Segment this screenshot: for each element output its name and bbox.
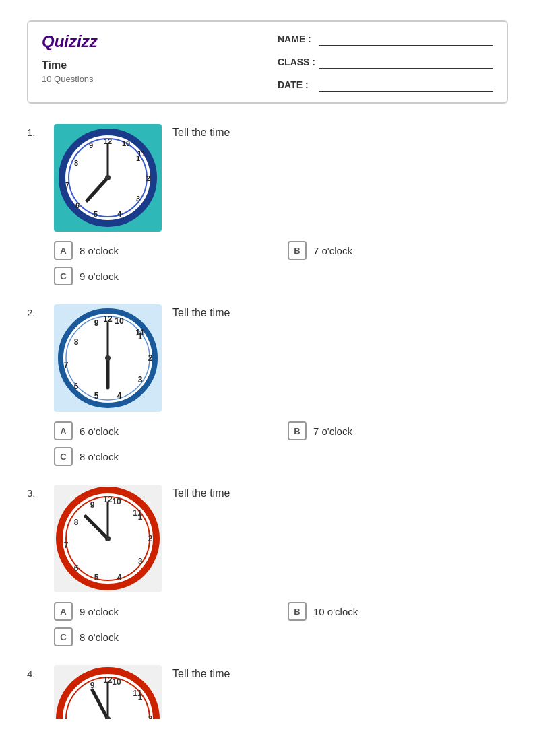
header-right: NAME : CLASS : DATE : — [278, 32, 493, 92]
svg-text:4: 4 — [117, 573, 122, 582]
option-2-a-badge: A — [54, 421, 73, 440]
option-1-b-text: 7 o'clock — [313, 245, 352, 256]
option-3-a-badge: A — [54, 602, 73, 621]
svg-text:7: 7 — [64, 541, 69, 550]
question-4-text: Tell the time — [172, 665, 230, 680]
svg-text:2: 2 — [148, 714, 153, 719]
svg-text:3: 3 — [138, 557, 143, 566]
logo-text: Quizizz — [42, 32, 98, 51]
svg-text:6: 6 — [74, 563, 79, 573]
svg-text:8: 8 — [74, 518, 79, 527]
clock-4-svg: 12 1 2 9 10 11 — [54, 665, 162, 719]
svg-text:9: 9 — [94, 318, 99, 328]
svg-text:4: 4 — [117, 210, 122, 218]
quiz-title: Time — [42, 59, 98, 71]
question-1: 1. 12 1 2 3 4 5 — [27, 124, 508, 285]
class-label: CLASS : — [278, 57, 315, 67]
svg-text:10: 10 — [112, 677, 121, 687]
svg-text:3: 3 — [136, 195, 140, 203]
class-field-row: CLASS : — [278, 55, 493, 69]
svg-text:7: 7 — [65, 181, 69, 189]
name-input-line[interactable] — [319, 32, 493, 46]
svg-text:9: 9 — [89, 141, 93, 149]
option-3-b-badge: B — [288, 602, 307, 621]
question-1-number: 1. — [27, 124, 43, 138]
question-4-number: 4. — [27, 665, 43, 679]
svg-text:8: 8 — [74, 337, 79, 347]
question-1-header: 1. 12 1 2 3 4 5 — [27, 124, 508, 232]
option-3-c-text: 8 o'clock — [80, 631, 119, 643]
question-2-header: 2. 12 1 2 3 4 5 6 7 8 — [27, 304, 508, 412]
question-2-options: A 6 o'clock B 7 o'clock C 8 o'clock — [27, 421, 508, 466]
question-4-header: 4. 12 1 2 9 10 11 — [27, 665, 508, 719]
svg-text:4: 4 — [117, 391, 122, 401]
date-field-row: DATE : — [278, 78, 493, 92]
svg-text:11: 11 — [133, 689, 142, 698]
svg-text:6: 6 — [75, 201, 80, 209]
svg-point-18 — [105, 175, 111, 180]
option-2-a: A 6 o'clock — [54, 421, 274, 440]
date-label: DATE : — [278, 79, 315, 90]
svg-text:6: 6 — [74, 382, 79, 391]
question-2: 2. 12 1 2 3 4 5 6 7 8 — [27, 304, 508, 466]
option-2-c: C 8 o'clock — [54, 447, 274, 466]
svg-text:3: 3 — [138, 375, 143, 384]
svg-text:8: 8 — [74, 159, 78, 167]
svg-text:7: 7 — [64, 360, 69, 370]
svg-text:10: 10 — [122, 139, 130, 147]
question-1-text: Tell the time — [172, 124, 230, 139]
question-2-text: Tell the time — [172, 304, 230, 319]
svg-text:10: 10 — [112, 497, 121, 506]
svg-text:9: 9 — [90, 500, 95, 510]
quiz-subtitle: 10 Questions — [42, 74, 98, 84]
option-1-b-badge: B — [288, 241, 307, 260]
option-1-a-text: 8 o'clock — [80, 245, 119, 256]
question-3-header: 3. 12 1 2 3 4 5 6 7 — [27, 485, 508, 592]
svg-text:5: 5 — [94, 573, 99, 582]
svg-point-56 — [105, 536, 111, 541]
option-3-a-text: 9 o'clock — [80, 606, 119, 617]
option-1-a: A 8 o'clock — [54, 241, 274, 260]
question-3: 3. 12 1 2 3 4 5 6 7 — [27, 485, 508, 646]
header-box: Quizizz Time 10 Questions NAME : CLASS :… — [27, 20, 508, 104]
svg-text:2: 2 — [148, 534, 153, 543]
question-4-image: 12 1 2 9 10 11 — [54, 665, 162, 719]
option-1-a-badge: A — [54, 241, 73, 260]
option-3-c-badge: C — [54, 627, 73, 646]
clock-1-svg: 12 1 2 3 4 5 6 7 8 9 10 11 — [54, 124, 162, 232]
header-left: Quizizz Time 10 Questions — [42, 32, 98, 84]
question-3-text: Tell the time — [172, 485, 230, 500]
date-input-line[interactable] — [319, 78, 493, 92]
name-field-row: NAME : — [278, 32, 493, 46]
svg-text:11: 11 — [135, 328, 145, 337]
option-2-b: B 7 o'clock — [288, 421, 508, 440]
option-1-c: C 9 o'clock — [54, 267, 274, 285]
option-2-c-badge: C — [54, 447, 73, 466]
svg-text:2: 2 — [148, 353, 153, 363]
option-3-a: A 9 o'clock — [54, 602, 274, 621]
clock-2-svg: 12 1 2 3 4 5 6 7 8 9 10 11 — [54, 304, 162, 412]
option-2-b-text: 7 o'clock — [313, 425, 352, 437]
question-1-options: A 8 o'clock B 7 o'clock C 9 o'clock — [27, 241, 508, 285]
option-2-b-badge: B — [288, 421, 307, 440]
option-2-c-text: 8 o'clock — [80, 451, 119, 462]
class-input-line[interactable] — [319, 55, 493, 69]
quizizz-logo: Quizizz — [42, 32, 98, 51]
question-4: 4. 12 1 2 9 10 11 — [27, 665, 508, 719]
svg-text:11: 11 — [137, 149, 146, 158]
option-1-c-badge: C — [54, 267, 73, 285]
svg-text:10: 10 — [115, 316, 124, 326]
question-3-options: A 9 o'clock B 10 o'clock C 8 o'clock — [27, 602, 508, 646]
svg-point-37 — [105, 355, 111, 361]
question-2-image: 12 1 2 3 4 5 6 7 8 9 10 11 — [54, 304, 162, 412]
option-3-b-text: 10 o'clock — [313, 606, 358, 617]
option-1-c-text: 9 o'clock — [80, 271, 119, 282]
option-1-b: B 7 o'clock — [288, 241, 508, 260]
question-3-number: 3. — [27, 485, 43, 499]
svg-text:5: 5 — [94, 391, 99, 401]
question-3-image: 12 1 2 3 4 5 6 7 8 9 10 11 — [54, 485, 162, 592]
svg-text:5: 5 — [94, 210, 98, 218]
option-3-b: B 10 o'clock — [288, 602, 508, 621]
question-1-image: 12 1 2 3 4 5 6 7 8 9 10 11 — [54, 124, 162, 232]
name-label: NAME : — [278, 34, 315, 44]
